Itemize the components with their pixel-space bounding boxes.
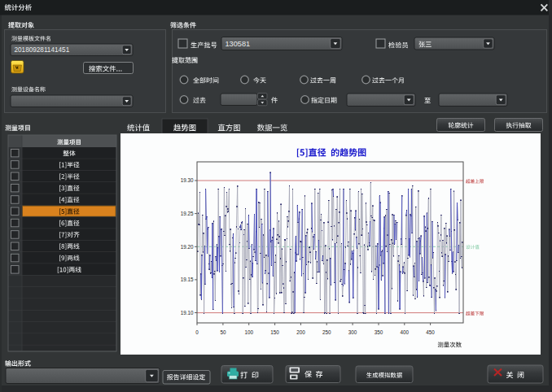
- svg-text:19.25: 19.25: [181, 211, 194, 216]
- svg-text:350: 350: [375, 329, 383, 335]
- svg-text:450: 450: [426, 329, 435, 335]
- svg-text:300: 300: [348, 329, 357, 335]
- svg-text:19.15: 19.15: [181, 277, 194, 282]
- svg-text:50: 50: [220, 329, 226, 335]
- svg-text:150: 150: [270, 329, 279, 335]
- svg-text:400: 400: [401, 329, 410, 335]
- svg-text:19.10: 19.10: [181, 310, 194, 316]
- svg-text:130581: 130581: [226, 40, 251, 48]
- svg-text:200: 200: [296, 329, 305, 335]
- svg-text:201809281141451: 201809281141451: [15, 46, 70, 54]
- svg-text:0: 0: [195, 329, 199, 335]
- svg-text:100: 100: [244, 329, 253, 335]
- svg-text:19.20: 19.20: [181, 244, 194, 250]
- svg-text:250: 250: [322, 329, 331, 335]
- svg-text:19.30: 19.30: [181, 177, 194, 183]
